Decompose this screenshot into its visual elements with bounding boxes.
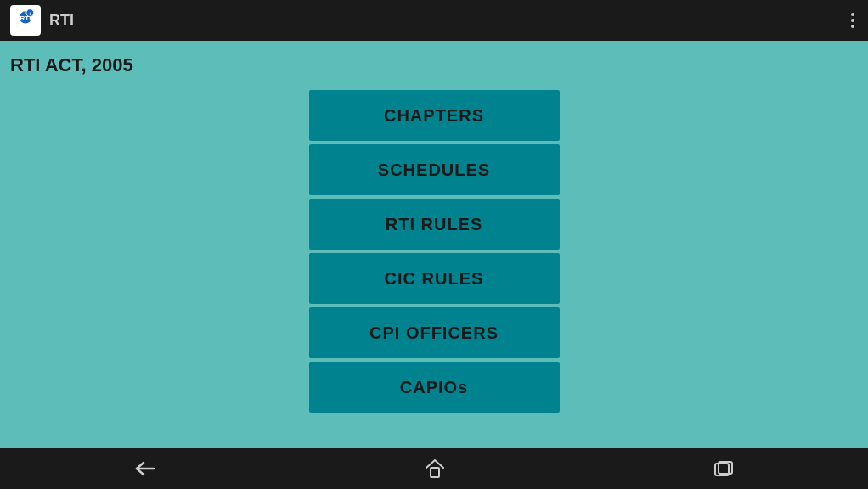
main-content: RTI ACT, 2005 CHAPTERS SCHEDULES RTI RUL…	[0, 41, 868, 448]
recent-apps-button[interactable]	[697, 454, 750, 483]
menu-icon[interactable]	[848, 9, 858, 31]
app-title: RTI	[49, 12, 74, 30]
rti-rules-button[interactable]: RTI RULES	[309, 199, 560, 250]
toolbar-left: RTI i RTI	[10, 5, 74, 36]
home-button[interactable]	[408, 452, 462, 485]
svg-rect-6	[431, 468, 439, 477]
chapters-button[interactable]: CHAPTERS	[309, 90, 560, 141]
toolbar: RTI i RTI	[0, 0, 868, 41]
capios-button[interactable]: CAPIOs	[309, 362, 560, 413]
buttons-container: CHAPTERS SCHEDULES RTI RULES CIC RULES C…	[0, 83, 868, 419]
schedules-button[interactable]: SCHEDULES	[309, 144, 560, 195]
cic-rules-button[interactable]: CIC RULES	[309, 253, 560, 304]
back-button[interactable]	[118, 454, 172, 483]
bottom-nav	[0, 448, 868, 489]
page-title: RTI ACT, 2005	[0, 48, 868, 83]
app-icon: RTI i	[10, 5, 41, 36]
cpi-officers-button[interactable]: CPI OFFICERS	[309, 307, 560, 358]
